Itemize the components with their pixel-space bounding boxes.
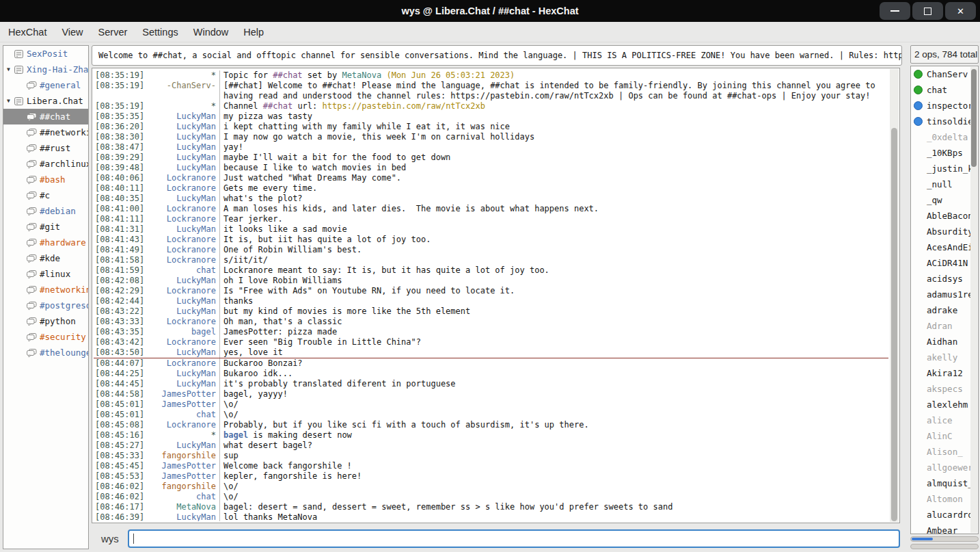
menu-server[interactable]: Server (91, 24, 135, 40)
tree-item-networking[interactable]: ##networking (3, 124, 88, 140)
user-row-absurdity[interactable]: Absurdity (911, 224, 978, 239)
nick[interactable]: Lockranore (143, 286, 219, 296)
nick[interactable]: LuckyMan (143, 441, 219, 451)
expander-icon[interactable]: ▼ (3, 66, 14, 73)
nick[interactable]: Lockranore (143, 204, 219, 214)
tree-item-bash[interactable]: #bash (3, 172, 88, 187)
user-row-_10kbps[interactable]: _10KBps (911, 145, 978, 161)
nick[interactable]: fangorshile (143, 482, 219, 492)
nick[interactable]: MetaNova (143, 502, 219, 512)
user-row-ambear[interactable]: Ambear (911, 523, 978, 534)
tree-item-linux[interactable]: #linux (3, 266, 88, 282)
nick[interactable]: LuckyMan (143, 224, 219, 235)
nick[interactable]: LuckyMan (143, 194, 219, 204)
nick[interactable]: JamesPotter (143, 399, 219, 410)
user-row-alucardro[interactable]: alucardro (911, 507, 978, 523)
nick[interactable]: Lockranore (143, 235, 219, 245)
user-row-altomon[interactable]: Altomon (911, 491, 978, 507)
maximize-button[interactable] (912, 2, 943, 20)
nick[interactable]: bagel (143, 327, 219, 337)
nick[interactable]: LuckyMan (143, 512, 219, 521)
tree-item-postgresql[interactable]: #postgresql (3, 298, 88, 313)
nick[interactable]: Lockranore (143, 255, 219, 265)
user-row-akspecs[interactable]: akspecs (911, 381, 978, 397)
user-row-inspector[interactable]: inspector (911, 98, 978, 114)
nick[interactable]: LuckyMan (143, 306, 219, 317)
tree-item-sexposit[interactable]: SexPosit (3, 46, 88, 62)
tree-item-debian[interactable]: #debian (3, 203, 88, 219)
nick[interactable]: LuckyMan (143, 142, 219, 153)
nick[interactable]: Lockranore (143, 173, 219, 183)
nick[interactable]: Lockranore (143, 245, 219, 255)
user-row-adamus1re[interactable]: adamus1re (911, 287, 978, 302)
chat-log[interactable]: [08:35:19]*Topic for ##chat set by MetaN… (94, 70, 888, 521)
tree-item-hardware[interactable]: #hardware (3, 235, 88, 250)
tree-item-general[interactable]: #general (3, 77, 88, 93)
user-row-akelly[interactable]: akelly (911, 350, 978, 365)
nick[interactable]: LuckyMan (143, 122, 219, 132)
tree-item-c[interactable]: #c (3, 187, 88, 203)
nick[interactable]: LuckyMan (143, 111, 219, 122)
tree-item-networking[interactable]: #networking (3, 282, 88, 298)
expander-icon[interactable]: ▼ (3, 98, 14, 104)
user-row-acesandei[interactable]: AcesAndEi (911, 239, 978, 255)
user-row-chanserv[interactable]: ChanServ (911, 66, 978, 82)
tree-item-libera.chat[interactable]: ▼Libera.Chat (3, 93, 88, 109)
nick[interactable]: Lockranore (143, 358, 219, 369)
user-row-_qw[interactable]: _qw (911, 192, 978, 208)
nick[interactable]: LuckyMan (143, 276, 219, 286)
user-row-_0xdelta[interactable]: _0xdelta (911, 129, 978, 145)
nick[interactable]: Lockranore (143, 183, 219, 194)
user-row-allgoewer[interactable]: allgoewer (911, 460, 978, 475)
nick[interactable]: LuckyMan (143, 153, 219, 163)
nick[interactable]: Lockranore (143, 420, 219, 430)
nick[interactable]: * (143, 101, 219, 111)
user-row-adrake[interactable]: adrake (911, 302, 978, 318)
menu-hexchat[interactable]: HexChat (1, 24, 54, 40)
message-link[interactable]: https://pastebin.com/raw/ntTcx2xb (323, 101, 485, 111)
menu-settings[interactable]: Settings (135, 24, 185, 40)
close-button[interactable]: ✕ (945, 2, 976, 20)
user-row-tinsoldie[interactable]: tinsoldie (911, 114, 978, 129)
menu-window[interactable]: Window (186, 24, 236, 40)
nick[interactable]: chat (143, 410, 219, 420)
user-row-_null[interactable]: _null (911, 176, 978, 192)
nick[interactable]: LuckyMan (143, 369, 219, 379)
topic-input[interactable]: Welcome to ##chat, a social and offtopic… (92, 45, 902, 66)
user-row-ablebacon[interactable]: AbleBacon (911, 208, 978, 224)
tree-item-security[interactable]: #security (3, 329, 88, 345)
user-row-alison_[interactable]: Alison_ (911, 444, 978, 460)
nick[interactable]: LuckyMan (143, 132, 219, 142)
nick[interactable]: * (143, 70, 219, 81)
tree-item-chat[interactable]: ##chat (3, 109, 88, 124)
nick[interactable]: Lockranore (143, 337, 219, 347)
user-row-alice[interactable]: alice (911, 412, 978, 428)
user-row-acidr41n[interactable]: ACiDR41N (911, 255, 978, 271)
user-row-_justin_k[interactable]: _justin_k (911, 161, 978, 176)
nick[interactable]: JamesPotter (143, 461, 219, 471)
nick[interactable]: LuckyMan (143, 379, 219, 389)
nick[interactable]: LuckyMan (143, 296, 219, 306)
nick[interactable]: -ChanServ- (143, 81, 219, 101)
tree-item-python[interactable]: #python (3, 313, 88, 329)
tree-item-kde[interactable]: #kde (3, 250, 88, 266)
chat-scrollbar-thumb[interactable] (891, 128, 897, 521)
nick[interactable]: chat (143, 265, 219, 276)
user-row-alexlehm[interactable]: alexlehm (911, 397, 978, 412)
chat-scrollbar[interactable] (890, 69, 899, 522)
nick[interactable]: fangorshile (143, 451, 219, 461)
message-input[interactable] (128, 529, 900, 548)
tree-item-archlinux[interactable]: #archlinux (3, 156, 88, 172)
nick[interactable]: chat (143, 492, 219, 502)
user-row-alinc[interactable]: AlinC (911, 428, 978, 444)
nick[interactable]: Lockranore (143, 214, 219, 224)
user-row-almquist_[interactable]: almquist_ (911, 475, 978, 491)
tree-item-git[interactable]: #git (3, 219, 88, 235)
user-row-aidhan[interactable]: Aidhan (911, 334, 978, 350)
user-row-acidsys[interactable]: acidsys (911, 271, 978, 287)
minimize-button[interactable] (880, 2, 910, 20)
user-list-scrollbar[interactable] (970, 67, 977, 533)
user-row-adran[interactable]: Adran (911, 318, 978, 334)
nick[interactable]: LuckyMan (143, 347, 219, 358)
user-row-akira12[interactable]: Akira12 (911, 365, 978, 381)
